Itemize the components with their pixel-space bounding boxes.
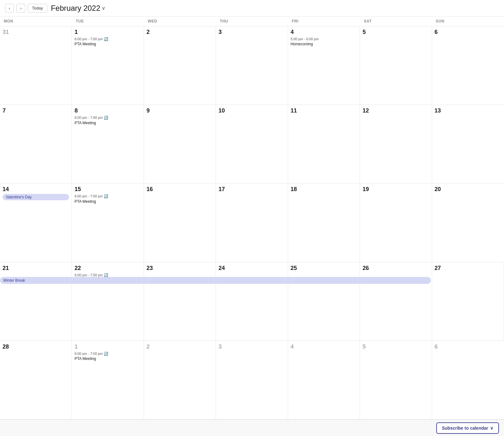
day-header-sun: SUN (432, 16, 504, 26)
day-cell[interactable]: 12 (360, 105, 432, 183)
day-cell[interactable]: 9 (144, 105, 216, 183)
day-headers-row: MONTUEWEDTHUFRISATSUN (0, 16, 504, 26)
day-cell[interactable]: 25 (288, 262, 360, 341)
day-header-sat: SAT (360, 16, 432, 26)
day-cell[interactable]: 3 (216, 26, 288, 105)
day-cell[interactable]: 156:00 pm - 7:00 pm 🔄PTA Meeting (72, 183, 144, 262)
calendar-main: MONTUEWEDTHUFRISATSUN 3116:00 pm - 7:00 … (0, 16, 504, 420)
week-row-1: 3116:00 pm - 7:00 pm 🔄PTA Meeting2345:00… (0, 26, 504, 105)
day-number: 28 (3, 343, 69, 350)
event[interactable]: 5:00 pm - 6:00 pmHomecoming (291, 37, 357, 47)
day-number: 6 (435, 343, 501, 350)
calendar-footer: Subscribe to calendar ∨ (0, 420, 504, 436)
day-number: 13 (435, 107, 501, 114)
recurring-icon: 🔄 (104, 352, 108, 356)
day-cell[interactable]: 5 (360, 26, 432, 105)
day-number: 4 (291, 343, 357, 350)
month-title-text: February 2022 (51, 4, 100, 13)
calendar-header: ‹ › Today February 2022 ∨ (0, 0, 504, 16)
day-cell[interactable]: 86:00 pm - 7:00 pm 🔄PTA Meeting (72, 105, 144, 183)
day-cell[interactable]: 18 (288, 183, 360, 262)
day-number: 18 (291, 186, 357, 193)
today-button[interactable]: Today (28, 4, 47, 13)
event-time: 6:00 pm - 7:00 pm 🔄 (74, 194, 141, 199)
day-cell[interactable]: 28 (0, 341, 72, 419)
event-title: PTA Meeting (74, 278, 141, 283)
day-cell[interactable]: 2 (144, 26, 216, 105)
day-cell[interactable]: 2 (144, 341, 216, 419)
day-cell[interactable]: 11 (288, 105, 360, 183)
subscribe-label: Subscribe to calendar (442, 426, 488, 431)
event[interactable]: 6:00 pm - 7:00 pm 🔄PTA Meeting (74, 115, 141, 125)
recurring-icon: 🔄 (104, 273, 108, 277)
event-time: 6:00 pm - 7:00 pm 🔄 (74, 351, 141, 356)
day-number: 15 (74, 186, 141, 193)
event-title: PTA Meeting (74, 120, 141, 126)
event-title: PTA Meeting (74, 42, 141, 47)
day-cell[interactable]: 45:00 pm - 6:00 pmHomecoming (288, 26, 360, 105)
day-cell[interactable]: 26 (360, 262, 432, 341)
day-cell[interactable]: 19 (360, 183, 432, 262)
next-button[interactable]: › (16, 4, 25, 13)
day-number: 25 (291, 265, 357, 272)
day-number: 3 (218, 29, 285, 35)
day-cell[interactable]: 6 (432, 341, 504, 419)
event-time: 6:00 pm - 7:00 pm 🔄 (74, 115, 141, 120)
day-number: 4 (291, 29, 357, 35)
day-number: 9 (147, 107, 213, 114)
event[interactable]: 6:00 pm - 7:00 pm 🔄PTA Meeting (74, 351, 141, 362)
day-cell[interactable]: 20 (432, 183, 504, 262)
prev-button[interactable]: ‹ (5, 4, 14, 13)
event[interactable]: 6:00 pm - 7:00 pm 🔄PTA Meeting (74, 37, 141, 47)
subscribe-chevron: ∨ (490, 426, 493, 431)
event-time: 5:00 pm - 6:00 pm (291, 37, 357, 42)
event-time: 6:00 pm - 7:00 pm 🔄 (74, 273, 141, 278)
day-cell[interactable]: 16:00 pm - 7:00 pm 🔄PTA Meeting (72, 26, 144, 105)
event-title: PTA Meeting (74, 199, 141, 204)
day-header-mon: MON (0, 16, 72, 26)
event[interactable]: 6:00 pm - 7:00 pm 🔄PTA Meeting (74, 273, 141, 283)
day-cell[interactable]: 24 (216, 262, 288, 341)
event[interactable]: 6:00 pm - 7:00 pm 🔄PTA Meeting (74, 194, 141, 204)
day-number: 3 (218, 343, 285, 350)
day-number: 31 (3, 29, 69, 35)
day-number: 14 (3, 186, 69, 193)
day-cell[interactable]: 16:00 pm - 7:00 pm 🔄PTA Meeting (72, 341, 144, 419)
day-number: 5 (362, 343, 429, 350)
day-number: 2 (147, 343, 213, 350)
week-row-5: 2816:00 pm - 7:00 pm 🔄PTA Meeting23456 (0, 341, 504, 420)
month-title[interactable]: February 2022 ∨ (51, 4, 105, 13)
day-cell[interactable]: 21 (0, 262, 72, 341)
day-cell[interactable]: 17 (216, 183, 288, 262)
day-cell[interactable]: 3 (216, 341, 288, 419)
day-cell[interactable]: 5 (360, 341, 432, 419)
day-cell[interactable]: 10 (216, 105, 288, 183)
subscribe-button[interactable]: Subscribe to calendar ∨ (436, 422, 499, 434)
day-cell[interactable]: 27 (432, 262, 504, 341)
day-number: 12 (362, 107, 429, 114)
day-number: 26 (362, 265, 429, 272)
day-number: 2 (147, 29, 213, 35)
day-cell[interactable]: 14Valentine's Day (0, 183, 72, 262)
month-dropdown-chevron: ∨ (102, 5, 105, 11)
day-number: 5 (362, 29, 429, 35)
day-cell[interactable]: 4 (288, 341, 360, 419)
day-number: 10 (218, 107, 285, 114)
span-event[interactable]: Valentine's Day (3, 194, 69, 200)
day-cell[interactable]: 6 (432, 26, 504, 105)
day-number: 19 (362, 186, 429, 193)
day-number: 11 (291, 107, 357, 114)
day-number: 1 (74, 343, 141, 350)
day-cell[interactable]: 226:00 pm - 7:00 pm 🔄PTA Meeting (72, 262, 144, 341)
day-cell[interactable]: 23 (144, 262, 216, 341)
day-number: 16 (147, 186, 213, 193)
day-cell[interactable]: 31 (0, 26, 72, 105)
day-number: 20 (435, 186, 501, 193)
event-title: Homecoming (291, 42, 357, 47)
day-number: 17 (218, 186, 285, 193)
day-cell[interactable]: 16 (144, 183, 216, 262)
day-cell[interactable]: 7 (0, 105, 72, 183)
day-number: 1 (74, 29, 141, 35)
day-cell[interactable]: 13 (432, 105, 504, 183)
event-title: PTA Meeting (74, 356, 141, 362)
